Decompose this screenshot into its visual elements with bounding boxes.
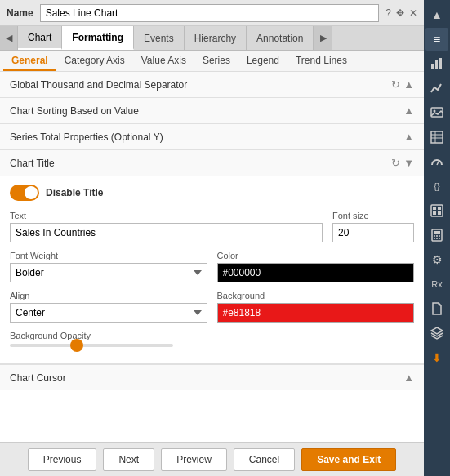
title-bar: Name ? ✥ ✕ [0,0,424,26]
svg-point-17 [434,235,435,237]
text-group: Text [10,211,323,242]
color-group: Color #000000 [217,251,415,282]
chart-title-header[interactable]: Chart Title ↻ ▼ [0,150,424,176]
opacity-slider[interactable] [10,344,173,347]
font-size-input[interactable] [332,223,414,242]
tab-prev-btn[interactable]: ◀ [0,26,18,50]
chart-sorting-section[interactable]: Chart Sorting Based on Value ▲ [0,98,424,124]
chart-cursor-label: Chart Cursor [10,372,66,384]
font-weight-select[interactable]: Bolder Bold Normal Lighter [10,263,207,282]
move-icon[interactable]: ✥ [396,7,404,19]
toggle-knob [25,186,38,199]
disable-title-label: Disable Title [46,187,103,198]
font-size-group: Font size [332,211,414,242]
tab-chart[interactable]: Chart [18,26,62,50]
chart-cursor-collapse-icon[interactable]: ▲ [403,371,414,384]
svg-rect-11 [433,207,436,210]
sidebar-gauge-icon[interactable] [425,150,448,173]
cancel-button[interactable]: Cancel [234,448,295,471]
chart-name-input[interactable] [40,4,380,22]
series-total-collapse-icon[interactable]: ▲ [403,131,414,143]
align-label: Align [10,291,207,300]
series-total-label: Series Total Properties (Optional Y) [10,131,163,143]
background-value: #e81818 [223,307,261,318]
font-size-label: Font size [332,211,414,220]
background-group: Background #e81818 [217,291,415,323]
thousand-separator-label: Global Thousand and Decimal Separator [10,79,187,91]
sub-tab-legend[interactable]: Legend [238,51,287,71]
thousand-separator-collapse-icon[interactable]: ▲ [403,78,414,91]
background-label: Background [217,291,415,300]
font-weight-label: Font Weight [10,251,207,260]
footer: Previous Next Preview Cancel Save and Ex… [0,442,424,476]
content-area: Global Thousand and Decimal Separator ↻ … [0,72,424,442]
svg-rect-16 [434,231,440,234]
svg-rect-5 [431,131,443,143]
title-actions: ? ✥ ✕ [385,7,417,19]
background-swatch[interactable]: #e81818 [217,303,415,323]
opacity-row: Background Opacity [10,331,414,347]
tab-next-btn[interactable]: ▶ [314,26,332,50]
sub-tab-series[interactable]: Series [194,51,238,71]
series-total-section[interactable]: Series Total Properties (Optional Y) ▲ [0,124,424,150]
preview-button[interactable]: Preview [161,448,227,471]
disable-title-toggle[interactable] [10,185,39,201]
tab-bar: ◀ Chart Formatting Events Hierarchy Anno… [0,26,424,51]
sub-tab-bar: General Category Axis Value Axis Series … [0,51,424,72]
chart-title-label: Chart Title [10,158,55,169]
opacity-slider-container [10,344,414,347]
sidebar-layers-icon[interactable] [425,322,448,345]
save-exit-button[interactable]: Save and Exit [301,448,396,471]
svg-rect-1 [435,60,438,69]
align-select[interactable]: Center Left Right [10,303,207,323]
sidebar-plugin-icon[interactable]: ⚙ [425,248,448,271]
disable-title-toggle-row: Disable Title [10,185,414,201]
thousand-separator-section[interactable]: Global Thousand and Decimal Separator ↻ … [0,72,424,98]
sidebar-download-icon[interactable]: ⬇ [425,346,448,369]
text-label: Text [10,211,323,220]
sidebar-list-icon[interactable]: ≡ [425,28,448,51]
tab-formatting[interactable]: Formatting [62,26,134,50]
align-background-row: Align Center Left Right Background #e818… [10,291,414,323]
svg-rect-14 [438,211,441,215]
fontweight-color-row: Font Weight Bolder Bold Normal Lighter C… [10,251,414,282]
sub-tab-general[interactable]: General [3,51,56,71]
sidebar-collapse-icon[interactable]: ▲ [425,3,448,26]
sub-tab-trend-lines[interactable]: Trend Lines [287,51,355,71]
color-swatch[interactable]: #000000 [217,263,415,282]
name-label: Name [7,7,33,19]
chart-cursor-section[interactable]: Chart Cursor ▲ [0,364,424,390]
sidebar-chart-line-icon[interactable] [425,77,448,100]
sidebar-doc-icon[interactable] [425,297,448,320]
svg-rect-13 [433,211,436,215]
tab-events[interactable]: Events [134,26,185,50]
help-icon[interactable]: ? [385,7,391,19]
svg-point-18 [436,235,438,237]
chart-title-section: Chart Title ↻ ▼ Disable Title [0,150,424,364]
color-label: Color [217,251,415,260]
tab-hierarchy[interactable]: Hierarchy [185,26,247,50]
sidebar-code-icon[interactable]: {} [425,175,448,198]
chart-sorting-collapse-icon[interactable]: ▲ [403,105,414,117]
sidebar-chart-bar-icon[interactable] [425,52,448,75]
previous-button[interactable]: Previous [28,448,97,471]
chart-title-refresh-icon[interactable]: ↻ [391,157,400,169]
sidebar-table-icon[interactable] [425,126,448,149]
sidebar-image-icon[interactable] [425,101,448,124]
sidebar-picture-icon[interactable] [425,199,448,222]
sub-tab-value-axis[interactable]: Value Axis [133,51,194,71]
sidebar-calc-icon[interactable] [425,224,448,247]
chart-title-collapse-icon[interactable]: ▼ [403,157,414,169]
sub-tab-category-axis[interactable]: Category Axis [56,51,133,71]
text-input[interactable] [10,223,323,242]
svg-rect-2 [439,58,442,69]
next-button[interactable]: Next [103,448,154,471]
thousand-separator-refresh-icon[interactable]: ↻ [391,78,400,91]
svg-rect-12 [438,207,441,210]
tab-annotation[interactable]: Annotation [247,26,314,50]
right-sidebar: ▲ ≡ {} ⚙ Rx ⬇ [424,0,450,476]
sidebar-rx-icon[interactable]: Rx [425,273,448,296]
close-icon[interactable]: ✕ [409,7,417,19]
svg-point-21 [436,238,438,239]
text-fontsize-row: Text Font size [10,211,414,242]
